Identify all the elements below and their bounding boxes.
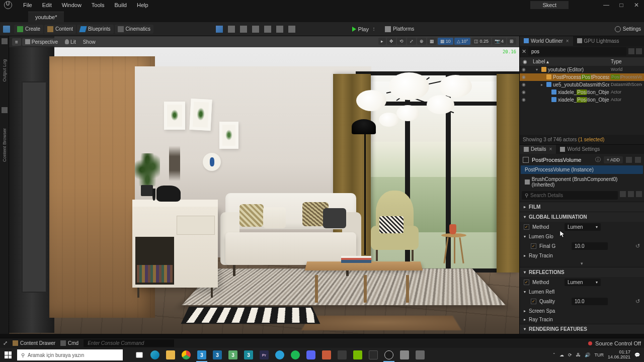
app-3d-3[interactable]: 3 bbox=[225, 348, 240, 362]
app-3d-2[interactable]: 3 bbox=[210, 348, 225, 362]
app-explorer[interactable] bbox=[163, 348, 178, 362]
prop-lumen-refl[interactable]: ▾Lumen Refl bbox=[520, 288, 644, 296]
app-launcher1[interactable] bbox=[319, 348, 334, 362]
prop-ray-tracing-gi[interactable]: ▸Ray Tracin bbox=[520, 251, 644, 260]
tree-row[interactable]: ◉▾youtube (Editor)World bbox=[520, 66, 644, 73]
tab-world-settings[interactable]: World Settings bbox=[556, 145, 604, 154]
outliner-search-input[interactable]: pos bbox=[528, 47, 626, 56]
favorites-icon[interactable] bbox=[628, 191, 634, 197]
tray-network-icon[interactable]: 🖧 bbox=[576, 352, 581, 357]
section-rendering-features[interactable]: ▾RENDERING FEATURES bbox=[520, 324, 644, 334]
viewport-menu-button[interactable]: ≡ bbox=[12, 38, 21, 46]
final-gather-checkbox[interactable] bbox=[531, 243, 536, 249]
clear-search-icon[interactable]: ✕ bbox=[522, 48, 526, 55]
app-discord[interactable] bbox=[303, 348, 318, 362]
prop-lumen-gi[interactable]: ▾Lumen Glo bbox=[520, 232, 644, 241]
blueprints-button[interactable]: Blueprints bbox=[77, 25, 113, 34]
visibility-icon[interactable]: ◉ bbox=[522, 82, 528, 87]
show-button[interactable]: Show bbox=[80, 38, 99, 46]
menu-build[interactable]: Build bbox=[114, 1, 128, 9]
rail-dock-icon[interactable] bbox=[2, 38, 8, 44]
info-icon[interactable]: ⓘ bbox=[595, 156, 601, 163]
prop-screen-space[interactable]: ▸Screen Spa bbox=[520, 307, 644, 315]
tray-clock[interactable]: 01:1714.06.2021 bbox=[608, 350, 630, 360]
app-launcher2[interactable] bbox=[335, 348, 350, 362]
doc-tab-youtube[interactable]: youtube* bbox=[28, 12, 64, 22]
visibility-icon[interactable]: ◉ bbox=[522, 97, 528, 102]
scale-tool-icon[interactable]: ⤢ bbox=[407, 38, 416, 45]
select-tool-icon[interactable]: ▸ bbox=[378, 38, 386, 45]
app-telegram[interactable] bbox=[272, 348, 287, 362]
quality-checkbox[interactable] bbox=[531, 299, 536, 304]
component-brush[interactable]: BrushComponent (BrushComponent0) (Inheri… bbox=[520, 175, 644, 189]
tray-sync-icon[interactable]: ⟳ bbox=[568, 352, 572, 357]
coord-space-icon[interactable]: ⊕ bbox=[417, 38, 426, 45]
scale-snap[interactable]: ◫ 0.25 bbox=[471, 38, 491, 45]
component-instance[interactable]: PostProcessVolume (Instance) bbox=[521, 165, 643, 174]
app-premiere[interactable]: Pr bbox=[257, 348, 272, 362]
app-nvidia[interactable] bbox=[350, 348, 365, 362]
cinematics-button[interactable]: Cinematics bbox=[115, 25, 153, 34]
app-3d-1[interactable]: 3 bbox=[194, 348, 209, 362]
console-input[interactable]: Enter Console Command bbox=[84, 339, 174, 347]
tray-notifications-icon[interactable]: 💬 bbox=[634, 352, 640, 357]
col-label[interactable]: Label ▴ bbox=[530, 59, 611, 64]
tree-row[interactable]: ◉PostProcessPostProcessVolumePostProcess… bbox=[520, 73, 644, 81]
tree-row[interactable]: ◉xiadele_Position_Object_0ActorActor bbox=[520, 88, 644, 96]
rotation-snap[interactable]: △ 10° bbox=[454, 38, 471, 45]
cmd-button[interactable]: Cmd bbox=[60, 340, 78, 346]
app-edge[interactable] bbox=[147, 348, 163, 362]
source-control-button[interactable]: Source Control Off bbox=[595, 340, 641, 346]
animation-mode-icon[interactable] bbox=[288, 26, 295, 33]
add-actor-icon[interactable] bbox=[628, 48, 634, 54]
settings-button[interactable]: Settings bbox=[615, 26, 641, 32]
grid-snap[interactable]: ▦ 10 bbox=[438, 38, 453, 45]
filter-icon[interactable] bbox=[620, 191, 626, 197]
quality-input[interactable]: 10.0 bbox=[572, 298, 608, 305]
tab-details[interactable]: Details× bbox=[520, 145, 556, 154]
gear-icon[interactable] bbox=[636, 191, 642, 197]
expand-advanced-icon[interactable]: ▾ bbox=[520, 260, 644, 267]
details-search-input[interactable]: ⚲Search Details bbox=[522, 191, 618, 200]
app-epic[interactable] bbox=[366, 348, 381, 362]
close-icon[interactable]: × bbox=[549, 146, 552, 152]
add-component-button[interactable]: + ADD bbox=[604, 156, 623, 163]
tray-cloud-icon[interactable]: ☁ bbox=[559, 352, 564, 357]
viewport-3d[interactable] bbox=[9, 36, 519, 334]
close-icon[interactable]: × bbox=[566, 38, 569, 44]
reset-icon[interactable]: ↺ bbox=[635, 298, 640, 305]
tray-lang[interactable]: TUR bbox=[594, 352, 604, 357]
viewport-maximize-icon[interactable]: ⊞ bbox=[507, 38, 516, 45]
foliage-mode-icon[interactable] bbox=[240, 26, 247, 33]
content-drawer-button[interactable]: Content Drawer bbox=[13, 340, 55, 346]
surface-snap-icon[interactable]: ▦ bbox=[427, 38, 437, 45]
settings-icon[interactable] bbox=[636, 48, 642, 54]
create-button[interactable]: Create bbox=[14, 25, 43, 34]
mesh-mode-icon[interactable] bbox=[264, 26, 271, 33]
maximize-button[interactable]: □ bbox=[614, 0, 629, 10]
menu-tools[interactable]: Tools bbox=[91, 1, 106, 9]
rotate-tool-icon[interactable]: ⟲ bbox=[397, 38, 406, 45]
rail-content-browser[interactable]: Content Browser bbox=[2, 128, 7, 162]
menu-file[interactable]: File bbox=[22, 1, 33, 9]
content-button[interactable]: Content bbox=[44, 25, 76, 34]
browse-icon[interactable] bbox=[626, 157, 632, 163]
landscape-mode-icon[interactable] bbox=[228, 26, 235, 33]
minimize-button[interactable]: — bbox=[599, 0, 614, 10]
tray-volume-icon[interactable]: 🔊 bbox=[585, 352, 590, 357]
refl-method-select[interactable]: Lumen▾ bbox=[565, 279, 601, 286]
perspective-button[interactable]: Perspective bbox=[22, 38, 61, 46]
section-reflections[interactable]: ▾REFLECTIONS bbox=[520, 267, 644, 277]
fracture-mode-icon[interactable] bbox=[276, 26, 283, 33]
menu-edit[interactable]: Edit bbox=[41, 1, 53, 9]
task-view-icon[interactable] bbox=[132, 348, 147, 362]
app-misc1[interactable] bbox=[397, 348, 412, 362]
visibility-icon[interactable]: ◉ bbox=[522, 74, 528, 79]
app-3d-4[interactable]: 3 bbox=[241, 348, 256, 362]
save-icon[interactable] bbox=[3, 26, 10, 33]
play-button[interactable]: Play⋮ bbox=[352, 26, 376, 32]
brush-mode-icon[interactable] bbox=[252, 26, 259, 33]
app-misc2[interactable] bbox=[413, 348, 428, 362]
tree-row[interactable]: ◉▸ue5_youtubDatasmithSceneActorDatasmith… bbox=[520, 81, 644, 88]
app-chrome[interactable] bbox=[179, 348, 194, 362]
